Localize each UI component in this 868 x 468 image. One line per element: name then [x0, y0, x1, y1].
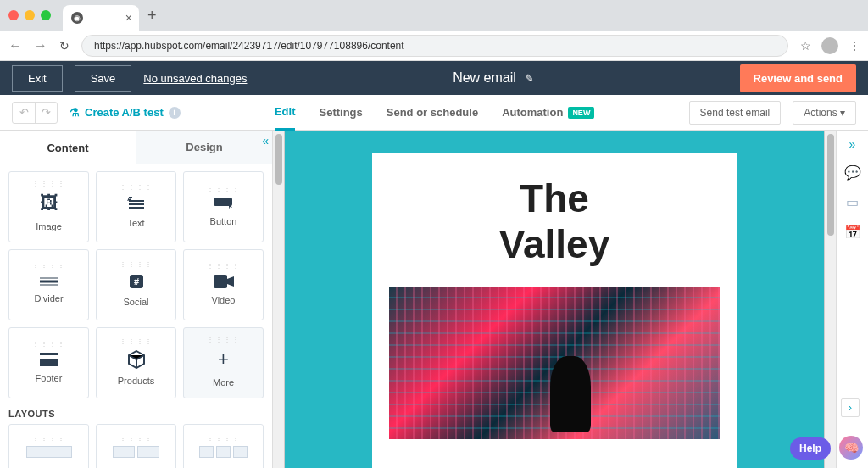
block-divider[interactable]: ⋮⋮⋮⋮ Divider	[8, 249, 89, 320]
sidebar-tab-content[interactable]: Content	[0, 131, 136, 164]
block-button[interactable]: ⋮⋮⋮⋮ Button	[183, 171, 264, 242]
plus-icon: +	[218, 348, 229, 370]
profile-avatar-icon[interactable]	[821, 37, 838, 54]
tab-automation[interactable]: Automation NEW	[502, 95, 594, 130]
block-more[interactable]: ⋮⋮⋮⋮ + More	[183, 327, 264, 398]
layout-2col[interactable]: ⋮⋮⋮⋮	[96, 424, 176, 468]
block-social[interactable]: ⋮⋮⋮⋮ # Social	[96, 249, 176, 320]
footer-icon	[40, 353, 58, 366]
email-hero-image[interactable]	[389, 287, 720, 439]
forward-icon[interactable]: →	[34, 38, 47, 53]
calendar-icon[interactable]: 📅	[844, 224, 861, 240]
device-icon[interactable]: ▭	[846, 194, 859, 210]
email-heading[interactable]: TheValley	[372, 176, 737, 268]
back-icon[interactable]: ←	[8, 38, 22, 53]
block-products[interactable]: ⋮⋮⋮⋮ Products	[96, 327, 176, 398]
drag-handle-icon: ⋮⋮⋮⋮	[32, 266, 66, 270]
right-rail: » 💬 ▭ 📅	[836, 131, 868, 468]
assistant-icon[interactable]: 🧠	[839, 436, 863, 460]
unsaved-status: No unsaved changes	[143, 72, 247, 85]
video-icon	[214, 275, 234, 288]
drag-handle-icon: ⋮⋮⋮⋮	[32, 439, 66, 443]
browser-tab[interactable]: ◉ ×	[63, 5, 139, 31]
actions-dropdown[interactable]: Actions ▾	[793, 101, 856, 125]
undo-redo-group: ↶ ↷	[12, 102, 58, 124]
flask-icon: ⚗	[70, 106, 80, 119]
drag-handle-icon: ⋮⋮⋮⋮	[207, 338, 241, 342]
drag-handle-icon: ⋮⋮⋮⋮	[32, 182, 66, 186]
reload-icon[interactable]: ↻	[59, 39, 70, 53]
text-icon: A	[127, 196, 146, 211]
tab-settings[interactable]: Settings	[319, 95, 362, 130]
sidebar-tab-design[interactable]: Design	[136, 131, 272, 164]
redo-icon[interactable]: ↷	[35, 103, 57, 123]
svg-rect-9	[40, 359, 58, 366]
drag-handle-icon: ⋮⋮⋮⋮	[207, 187, 241, 191]
drag-handle-icon: ⋮⋮⋮⋮	[120, 186, 153, 189]
layouts-heading: LAYOUTS	[8, 409, 264, 419]
left-sidebar: « Content Design ⋮⋮⋮⋮ 🖼 Image ⋮⋮⋮⋮ A Tex…	[0, 131, 273, 468]
send-test-email-button[interactable]: Send test email	[689, 101, 782, 125]
comment-icon[interactable]: 💬	[844, 164, 861, 181]
sub-header: ↶ ↷ ⚗ Create A/B test i Edit Settings Se…	[0, 95, 868, 131]
drag-handle-icon: ⋮⋮⋮⋮	[120, 340, 153, 343]
drag-handle-icon: ⋮⋮⋮⋮	[120, 439, 153, 443]
layout-3col[interactable]: ⋮⋮⋮⋮	[183, 424, 264, 468]
maximize-window-icon[interactable]	[41, 10, 51, 20]
block-video[interactable]: ⋮⋮⋮⋮ Video	[183, 249, 264, 320]
window-controls	[8, 10, 51, 20]
save-button[interactable]: Save	[75, 65, 132, 92]
bookmark-icon[interactable]: ☆	[800, 39, 811, 53]
svg-text:#: #	[134, 276, 139, 287]
help-button[interactable]: Help	[790, 437, 831, 460]
tab-favicon-icon: ◉	[71, 12, 83, 24]
drag-handle-icon: ⋮⋮⋮⋮	[207, 265, 241, 268]
undo-icon[interactable]: ↶	[13, 103, 35, 123]
block-footer[interactable]: ⋮⋮⋮⋮ Footer	[8, 327, 89, 398]
expand-panel-icon[interactable]: ›	[841, 398, 860, 417]
svg-text:A: A	[127, 196, 132, 203]
products-icon	[128, 350, 145, 369]
email-canvas[interactable]: TheValley	[273, 131, 836, 468]
new-tab-button[interactable]: +	[147, 7, 157, 25]
minimize-window-icon[interactable]	[25, 10, 35, 20]
layout-1col[interactable]: ⋮⋮⋮⋮	[8, 424, 89, 468]
app-header: Exit Save No unsaved changes New email ✎…	[0, 61, 868, 95]
edit-title-icon[interactable]: ✎	[525, 72, 534, 85]
info-icon[interactable]: i	[169, 107, 181, 119]
email-body[interactable]: TheValley	[372, 153, 737, 468]
scrollbar-right[interactable]	[824, 131, 836, 468]
exit-button[interactable]: Exit	[12, 65, 63, 92]
social-icon: #	[128, 273, 145, 290]
ruler-left	[273, 131, 285, 468]
url-input[interactable]	[81, 35, 788, 57]
drag-handle-icon: ⋮⋮⋮⋮	[32, 343, 66, 346]
browser-menu-icon[interactable]: ⋮	[849, 39, 860, 53]
close-tab-icon[interactable]: ×	[125, 11, 132, 25]
tab-send-schedule[interactable]: Send or schedule	[387, 95, 478, 130]
button-icon	[214, 198, 234, 209]
svg-rect-8	[40, 353, 58, 355]
expand-rail-icon[interactable]: »	[849, 137, 856, 151]
block-text[interactable]: ⋮⋮⋮⋮ A Text	[96, 171, 176, 242]
svg-rect-7	[214, 275, 227, 288]
main-area: « Content Design ⋮⋮⋮⋮ 🖼 Image ⋮⋮⋮⋮ A Tex…	[0, 131, 868, 468]
collapse-sidebar-icon[interactable]: «	[262, 134, 269, 148]
image-icon: 🖼	[40, 192, 58, 214]
drag-handle-icon: ⋮⋮⋮⋮	[120, 263, 153, 266]
email-title-header: New email	[453, 70, 516, 86]
tab-edit[interactable]: Edit	[275, 95, 296, 131]
review-send-button[interactable]: Review and send	[740, 64, 856, 92]
drag-handle-icon: ⋮⋮⋮⋮	[207, 439, 241, 443]
browser-tab-bar: ◉ × +	[0, 0, 868, 31]
divider-icon	[40, 276, 58, 287]
browser-address-bar: ← → ↻ ☆ ⋮	[0, 31, 868, 61]
close-window-icon[interactable]	[8, 10, 19, 20]
create-ab-test-link[interactable]: ⚗ Create A/B test i	[70, 106, 181, 119]
block-image[interactable]: ⋮⋮⋮⋮ 🖼 Image	[8, 171, 89, 242]
new-badge: NEW	[568, 107, 594, 119]
